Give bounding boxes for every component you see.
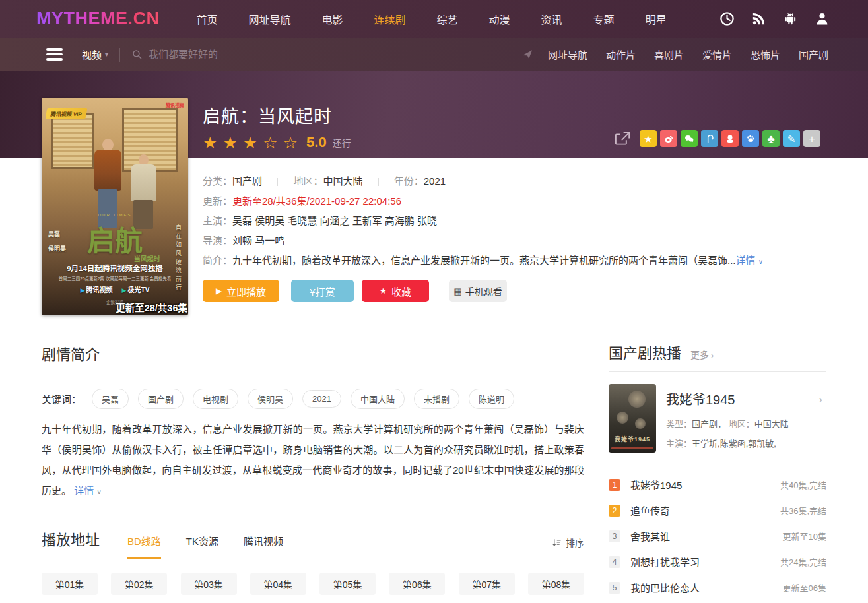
episode-button[interactable]: 第06集	[389, 573, 445, 595]
chevron-down-icon: ▾	[105, 51, 108, 58]
detail-link[interactable]: 详情	[74, 485, 94, 496]
site-logo[interactable]: MYTHEME.CN	[36, 9, 160, 29]
featured-meta-starring: 主演：王学圻,陈紫函,郭凯敏,	[666, 438, 826, 449]
source-tab[interactable]: 腾讯视频	[244, 534, 283, 559]
more-share-icon[interactable]: +	[803, 130, 820, 147]
rating-score: 5.0	[306, 134, 327, 151]
rank-badge: 4	[609, 556, 620, 568]
rss-icon[interactable]	[751, 11, 766, 26]
more-link[interactable]: 更多›	[690, 348, 714, 361]
ranking-row[interactable]: 3 舍我其谁 更新至10集	[609, 523, 826, 549]
mobile-watch-button[interactable]: ▦手机观看	[449, 280, 507, 302]
reward-button[interactable]: ¥打赏	[291, 280, 354, 302]
keyword-tag[interactable]: 国产剧	[138, 389, 184, 409]
episode-button[interactable]: 第05集	[319, 573, 376, 595]
nav-item[interactable]: 综艺	[437, 11, 458, 27]
star-filled-icon[interactable]: ★	[203, 135, 217, 151]
starring-value[interactable]: 吴磊 侯明昊 毛晓慧 向涵之 王新军 高海鹏 张晓	[232, 215, 437, 226]
rank-badge: 2	[609, 505, 620, 517]
keyword-tag[interactable]: 2021	[302, 390, 341, 408]
nav-item[interactable]: 专题	[593, 11, 615, 27]
main-nav: 首页网址导航电影连续剧综艺动漫资讯专题明星	[197, 11, 667, 27]
keyword-tag[interactable]: 电视剧	[193, 389, 238, 409]
keyword-tag[interactable]: 未播剧	[414, 389, 459, 409]
history-icon[interactable]	[719, 11, 735, 26]
nav-item[interactable]: 连续剧	[374, 11, 406, 27]
quick-link[interactable]: 喜剧片	[654, 48, 684, 61]
episode-button[interactable]: 第01集	[42, 573, 98, 595]
director-value[interactable]: 刘畅 马一鸣	[232, 235, 284, 246]
top-navbar: MYTHEME.CN 首页网址导航电影连续剧综艺动漫资讯专题明星	[0, 0, 868, 38]
rank-title[interactable]: 我的巴比伦恋人	[630, 581, 700, 594]
wechat-icon[interactable]	[681, 130, 698, 147]
android-icon[interactable]	[783, 11, 798, 26]
nav-item[interactable]: 电影	[322, 11, 343, 27]
qq-icon[interactable]	[721, 130, 739, 147]
nav-item[interactable]: 动漫	[489, 11, 510, 27]
tencent-weibo-icon[interactable]	[701, 130, 718, 147]
quick-link[interactable]: 国产剧	[799, 48, 828, 61]
episode-button[interactable]: 第07集	[459, 573, 515, 595]
quick-link[interactable]: 恐怖片	[751, 48, 780, 61]
year-value[interactable]: 2021	[424, 175, 446, 187]
featured-title[interactable]: 我姥爷1945	[666, 389, 826, 408]
rank-status: 更新至06集	[783, 581, 826, 594]
share-icon[interactable]	[613, 130, 632, 147]
ranking-row[interactable]: 6	[609, 600, 826, 603]
play-address-heading: 播放地址	[42, 528, 100, 549]
source-tab[interactable]: BD线路	[127, 534, 161, 559]
rank-title[interactable]: 别想打扰我学习	[630, 555, 700, 569]
keyword-tag[interactable]: 吴磊	[92, 389, 129, 409]
clover-icon[interactable]: ♣	[762, 130, 780, 147]
poster-figure	[94, 150, 121, 191]
nav-item[interactable]: 首页	[197, 11, 218, 27]
region-value[interactable]: 中国大陆	[323, 175, 362, 187]
quick-link[interactable]: 网址导航	[548, 48, 587, 61]
weibo-icon[interactable]	[660, 130, 677, 147]
nav-item[interactable]: 资讯	[541, 11, 562, 27]
ranking-row[interactable]: 2 追鱼传奇 共36集,完结	[609, 497, 826, 523]
baidu-icon[interactable]	[742, 130, 759, 147]
ranking-row[interactable]: 4 别想打扰我学习 共24集,完结	[609, 549, 826, 575]
episode-button[interactable]: 第08集	[528, 573, 584, 595]
featured-show-card[interactable]: 我姥爷1945 我姥爷1945 类型：国产剧， 地区：中国大陆 主演：王学圻,陈…	[609, 384, 826, 453]
star-empty-icon[interactable]: ☆	[283, 135, 298, 151]
star-filled-icon[interactable]: ★	[222, 135, 237, 151]
edit-icon[interactable]: ✎	[783, 130, 800, 147]
rating-text: 还行	[333, 136, 351, 149]
episode-button[interactable]: 第02集	[111, 573, 167, 595]
keyword-tag[interactable]: 陈道明	[469, 389, 514, 409]
sort-button[interactable]: 排序	[552, 536, 584, 549]
info-line-meta: 分类：国产剧 地区：中国大陆 年份：2021	[203, 175, 584, 188]
play-now-button[interactable]: ▶立即播放	[203, 280, 279, 302]
rank-title[interactable]: 舍我其谁	[630, 529, 670, 543]
rank-title[interactable]: 我姥爷1945	[630, 478, 682, 492]
paper-plane-icon[interactable]	[521, 49, 533, 61]
source-tab[interactable]: TK资源	[186, 534, 218, 559]
ranking-row[interactable]: 5 我的巴比伦恋人 更新至06集	[609, 575, 826, 600]
user-icon[interactable]	[815, 11, 830, 26]
keyword-tag[interactable]: 侯明昊	[248, 389, 293, 409]
star-empty-icon[interactable]: ☆	[263, 135, 277, 151]
menu-icon[interactable]	[46, 46, 63, 63]
star-filled-icon[interactable]: ★	[243, 135, 257, 151]
chevron-down-icon[interactable]: ∨	[96, 488, 101, 495]
nav-item[interactable]: 网址导航	[249, 11, 291, 27]
quick-link[interactable]: 爱情片	[702, 48, 732, 61]
show-poster[interactable]: 腾讯视频 VIP 腾讯视频 吴磊 侯明昊 自在如风破浪前行 OUR TIMES …	[42, 98, 188, 315]
qzone-icon[interactable]: ★	[640, 130, 657, 147]
quick-link[interactable]: 动作片	[606, 48, 636, 61]
keyword-tag[interactable]: 中国大陆	[351, 389, 405, 409]
aurora-tv-icon: ▶	[122, 287, 127, 294]
episode-button[interactable]: 第03集	[181, 573, 237, 595]
search-icon[interactable]	[131, 49, 143, 60]
nav-item[interactable]: 明星	[646, 11, 667, 27]
ranking-row[interactable]: 1 我姥爷1945 共40集,完结	[609, 472, 826, 497]
info-line-update: 更新：更新至28/共36集/2021-09-27 22:04:56	[203, 195, 584, 208]
search-category-dropdown[interactable]: 视频 ▾	[82, 48, 108, 61]
favorite-button[interactable]: ★收藏	[362, 280, 429, 302]
search-input[interactable]	[149, 49, 373, 60]
rank-title[interactable]: 追鱼传奇	[630, 503, 670, 517]
episode-button[interactable]: 第04集	[250, 573, 306, 595]
category-value[interactable]: 国产剧	[232, 175, 262, 187]
